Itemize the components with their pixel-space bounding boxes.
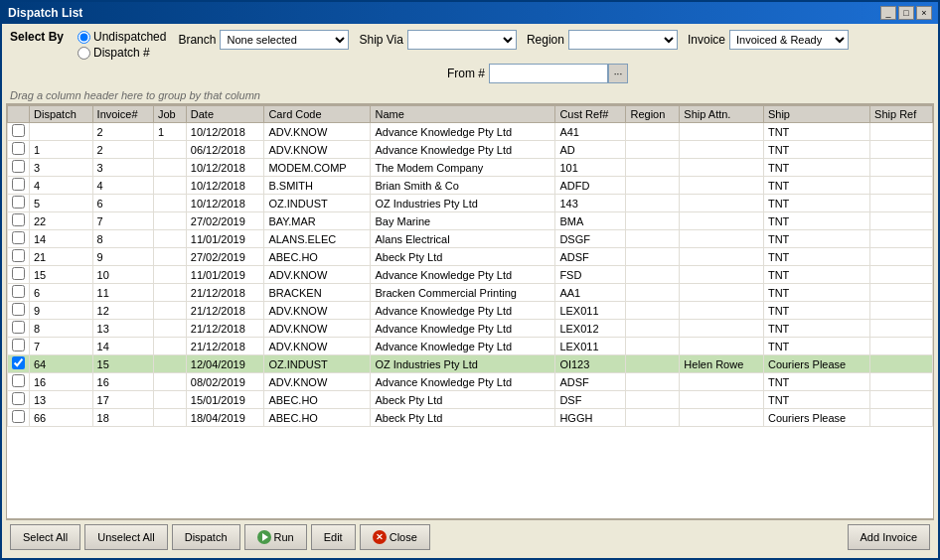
col-job[interactable]: Job [153,106,186,123]
cell-region [626,141,680,159]
dispatch-button[interactable]: Dispatch [172,524,240,550]
table-row[interactable]: 641512/04/2019OZ.INDUSTOZ Industries Pty… [8,355,933,373]
row-checkbox-cell[interactable] [8,338,30,355]
cell-job [153,409,186,427]
cell-card_code: B.SMITH [264,177,371,195]
cell-card_code: OZ.INDUST [264,355,371,373]
row-checkbox[interactable] [12,303,25,316]
table-row[interactable]: 1206/12/2018ADV.KNOWAdvance Knowledge Pt… [8,141,933,159]
col-name[interactable]: Name [371,106,555,123]
row-checkbox-cell[interactable] [8,230,30,248]
row-checkbox-cell[interactable] [8,391,30,409]
row-checkbox-cell[interactable] [8,373,30,391]
table-row[interactable]: 661818/04/2019ABEC.HOAbeck Pty LtdHGGHCo… [8,409,933,427]
cell-cust_ref: LEX011 [555,338,626,355]
row-checkbox-cell[interactable] [8,248,30,266]
table-row[interactable]: 5610/12/2018OZ.INDUSTOZ Industries Pty L… [8,195,933,212]
branch-select[interactable]: None selected [220,30,349,50]
table-row[interactable]: 81321/12/2018ADV.KNOWAdvance Knowledge P… [8,320,933,338]
row-checkbox-cell[interactable] [8,266,30,284]
row-checkbox-cell[interactable] [8,320,30,338]
cell-date: 10/12/2018 [186,177,264,195]
col-region[interactable]: Region [626,106,680,123]
add-invoice-button[interactable]: Add Invoice [848,524,930,550]
ship-via-select[interactable] [407,30,517,50]
table-row[interactable]: 14811/01/2019ALANS.ELECAlans ElectricalD… [8,230,933,248]
from-input[interactable] [489,64,608,83]
row-checkbox[interactable] [12,410,25,423]
radio-dispatch-num-label: Dispatch # [93,46,150,60]
radio-undispatched-input[interactable] [78,31,90,44]
table-row[interactable]: 2110/12/2018ADV.KNOWAdvance Knowledge Pt… [8,123,933,141]
row-checkbox[interactable] [12,356,25,369]
row-checkbox-cell[interactable] [8,195,30,212]
radio-dispatch-num[interactable]: Dispatch # [78,46,166,60]
cell-card_code: MODEM.COMP [264,159,371,177]
minimize-button[interactable]: _ [880,6,896,20]
row-checkbox[interactable] [12,249,25,262]
row-checkbox-cell[interactable] [8,177,30,195]
row-checkbox[interactable] [12,213,25,226]
table-row[interactable]: 151011/01/2019ADV.KNOWAdvance Knowledge … [8,266,933,284]
from-browse-button[interactable]: ··· [608,64,628,83]
row-checkbox-cell[interactable] [8,355,30,373]
invoice-select[interactable]: Invoiced & Ready Invoiced Ready [729,30,849,50]
table-row[interactable]: 3310/12/2018MODEM.COMPThe Modem Company1… [8,159,933,177]
col-cust-ref[interactable]: Cust Ref# [555,106,626,123]
select-all-button[interactable]: Select All [10,524,80,550]
row-checkbox[interactable] [12,196,25,209]
table-row[interactable]: 131715/01/2019ABEC.HOAbeck Pty LtdDSFTNT [8,391,933,409]
radio-dispatch-num-input[interactable] [78,47,90,60]
cell-invoice: 12 [92,302,153,320]
cell-card_code: ADV.KNOW [264,266,371,284]
table-row[interactable]: 22727/02/2019BAY.MARBay MarineBMATNT [8,212,933,230]
row-checkbox-cell[interactable] [8,123,30,141]
row-checkbox-cell[interactable] [8,141,30,159]
row-checkbox[interactable] [12,160,25,173]
cell-ship_attn [680,266,764,284]
row-checkbox[interactable] [12,267,25,280]
table-row[interactable]: 161608/02/2019ADV.KNOWAdvance Knowledge … [8,373,933,391]
row-checkbox-cell[interactable] [8,159,30,177]
radio-undispatched[interactable]: Undispatched [78,30,166,44]
close-window-button[interactable]: × [916,6,932,20]
col-invoice[interactable]: Invoice# [92,106,153,123]
row-checkbox[interactable] [12,285,25,298]
row-checkbox[interactable] [12,321,25,334]
close-button[interactable]: ✕ Close [360,524,430,550]
table-row[interactable]: 71421/12/2018ADV.KNOWAdvance Knowledge P… [8,338,933,355]
col-ship-attn[interactable]: Ship Attn. [680,106,764,123]
table-row[interactable]: 21927/02/2019ABEC.HOAbeck Pty LtdADSFTNT [8,248,933,266]
row-checkbox[interactable] [12,339,25,351]
col-card-code[interactable]: Card Code [264,106,371,123]
row-checkbox[interactable] [12,231,25,244]
col-ship[interactable]: Ship [763,106,869,123]
col-dispatch[interactable]: Dispatch [30,106,93,123]
unselect-all-button[interactable]: Unselect All [84,524,167,550]
row-checkbox-cell[interactable] [8,212,30,230]
col-ship-ref[interactable]: Ship Ref [870,106,933,123]
dispatch-list-window: Dispatch List _ □ × Select By Undispatch… [0,0,940,560]
table-row[interactable]: 61121/12/2018BRACKENBracken Commercial P… [8,284,933,302]
cell-date: 21/12/2018 [186,302,264,320]
cell-dispatch: 5 [30,195,93,212]
row-checkbox[interactable] [12,392,25,405]
row-checkbox-cell[interactable] [8,302,30,320]
cell-region [626,355,680,373]
edit-button[interactable]: Edit [311,524,356,550]
table-row[interactable]: 4410/12/2018B.SMITHBrian Smith & CoADFDT… [8,177,933,195]
cell-ship: Couriers Please [763,355,869,373]
row-checkbox-cell[interactable] [8,409,30,427]
row-checkbox[interactable] [12,142,25,155]
col-date[interactable]: Date [186,106,264,123]
region-select[interactable] [568,30,678,50]
row-checkbox-cell[interactable] [8,284,30,302]
table-row[interactable]: 91221/12/2018ADV.KNOWAdvance Knowledge P… [8,302,933,320]
row-checkbox[interactable] [12,374,25,387]
run-button[interactable]: Run [244,524,307,550]
restore-button[interactable]: □ [898,6,914,20]
run-label: Run [274,531,294,543]
dispatch-table-container[interactable]: Dispatch Invoice# Job Date Card Code Nam… [6,104,934,519]
row-checkbox[interactable] [12,124,25,137]
row-checkbox[interactable] [12,178,25,191]
